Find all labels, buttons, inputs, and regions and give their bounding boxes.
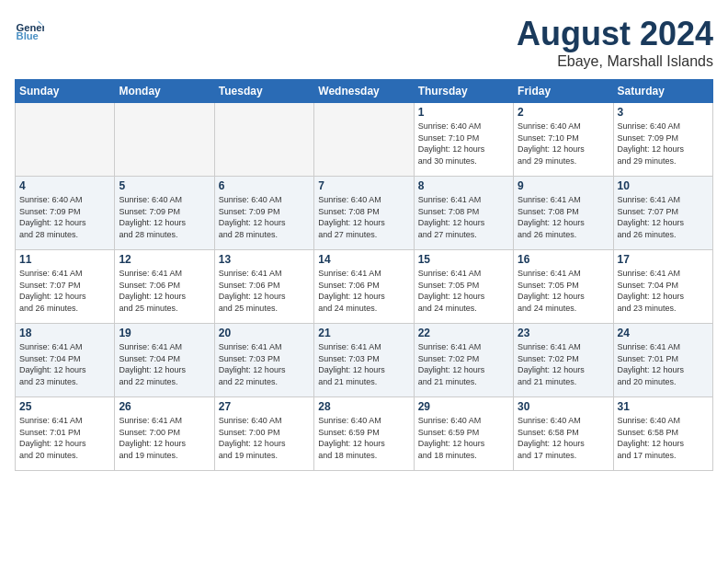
day-info: Sunrise: 6:41 AM Sunset: 7:08 PM Dayligh… xyxy=(518,194,609,240)
day-number: 22 xyxy=(418,327,509,339)
calendar-day-cell: 4Sunrise: 6:40 AM Sunset: 7:09 PM Daylig… xyxy=(16,177,115,250)
calendar-day-cell: 6Sunrise: 6:40 AM Sunset: 7:09 PM Daylig… xyxy=(214,177,313,250)
calendar-week-row: 4Sunrise: 6:40 AM Sunset: 7:09 PM Daylig… xyxy=(16,177,713,250)
day-number: 29 xyxy=(418,400,509,413)
day-number: 28 xyxy=(318,400,409,413)
day-info: Sunrise: 6:41 AM Sunset: 7:02 PM Dayligh… xyxy=(418,341,509,387)
calendar-day-cell: 14Sunrise: 6:41 AM Sunset: 7:06 PM Dayli… xyxy=(314,250,414,324)
calendar-day-cell: 29Sunrise: 6:40 AM Sunset: 6:59 PM Dayli… xyxy=(414,397,513,471)
day-number: 24 xyxy=(618,327,709,339)
calendar-day-cell: 15Sunrise: 6:41 AM Sunset: 7:05 PM Dayli… xyxy=(414,250,513,324)
day-info: Sunrise: 6:40 AM Sunset: 6:58 PM Dayligh… xyxy=(618,415,709,461)
day-number: 19 xyxy=(119,327,210,339)
day-info: Sunrise: 6:41 AM Sunset: 7:01 PM Dayligh… xyxy=(19,415,110,461)
day-info: Sunrise: 6:40 AM Sunset: 7:00 PM Dayligh… xyxy=(219,415,310,461)
day-number: 8 xyxy=(418,179,509,192)
calendar-day-cell: 25Sunrise: 6:41 AM Sunset: 7:01 PM Dayli… xyxy=(16,397,115,471)
calendar-day-cell: 3Sunrise: 6:40 AM Sunset: 7:09 PM Daylig… xyxy=(613,103,712,177)
day-number: 16 xyxy=(518,253,609,266)
day-info: Sunrise: 6:40 AM Sunset: 7:09 PM Dayligh… xyxy=(618,121,709,167)
day-info: Sunrise: 6:41 AM Sunset: 7:04 PM Dayligh… xyxy=(618,268,709,314)
calendar-day-cell: 7Sunrise: 6:40 AM Sunset: 7:08 PM Daylig… xyxy=(314,177,414,250)
day-number: 25 xyxy=(19,400,110,413)
day-info: Sunrise: 6:40 AM Sunset: 7:09 PM Dayligh… xyxy=(19,194,110,240)
weekday-header: Monday xyxy=(115,80,214,103)
weekday-header: Sunday xyxy=(16,80,115,103)
day-info: Sunrise: 6:41 AM Sunset: 7:06 PM Dayligh… xyxy=(119,268,210,314)
calendar-day-cell: 27Sunrise: 6:40 AM Sunset: 7:00 PM Dayli… xyxy=(214,397,313,471)
calendar-day-cell: 8Sunrise: 6:41 AM Sunset: 7:08 PM Daylig… xyxy=(414,177,513,250)
day-info: Sunrise: 6:41 AM Sunset: 7:00 PM Dayligh… xyxy=(119,415,210,461)
title-block: August 2024 Ebaye, Marshall Islands xyxy=(517,15,713,70)
day-number: 4 xyxy=(19,179,110,192)
calendar-day-cell xyxy=(115,103,214,177)
calendar-day-cell: 31Sunrise: 6:40 AM Sunset: 6:58 PM Dayli… xyxy=(613,397,712,471)
calendar-day-cell: 10Sunrise: 6:41 AM Sunset: 7:07 PM Dayli… xyxy=(613,177,712,250)
location-title: Ebaye, Marshall Islands xyxy=(517,53,713,70)
svg-text:Blue: Blue xyxy=(17,30,39,41)
day-number: 3 xyxy=(618,106,709,119)
day-info: Sunrise: 6:41 AM Sunset: 7:04 PM Dayligh… xyxy=(119,341,210,387)
logo-icon: General Blue xyxy=(15,15,44,44)
calendar-day-cell: 26Sunrise: 6:41 AM Sunset: 7:00 PM Dayli… xyxy=(115,397,214,471)
day-number: 6 xyxy=(219,179,310,192)
day-number: 10 xyxy=(618,179,709,192)
calendar-day-cell: 20Sunrise: 6:41 AM Sunset: 7:03 PM Dayli… xyxy=(214,324,313,397)
calendar-day-cell: 5Sunrise: 6:40 AM Sunset: 7:09 PM Daylig… xyxy=(115,177,214,250)
weekday-header: Saturday xyxy=(613,80,712,103)
weekday-header: Wednesday xyxy=(314,80,414,103)
calendar-day-cell: 2Sunrise: 6:40 AM Sunset: 7:10 PM Daylig… xyxy=(514,103,613,177)
day-number: 17 xyxy=(618,253,709,266)
calendar-day-cell: 13Sunrise: 6:41 AM Sunset: 7:06 PM Dayli… xyxy=(214,250,313,324)
calendar-day-cell: 24Sunrise: 6:41 AM Sunset: 7:01 PM Dayli… xyxy=(613,324,712,397)
calendar-header-row: SundayMondayTuesdayWednesdayThursdayFrid… xyxy=(16,80,713,103)
calendar-day-cell: 30Sunrise: 6:40 AM Sunset: 6:58 PM Dayli… xyxy=(514,397,613,471)
calendar-day-cell: 12Sunrise: 6:41 AM Sunset: 7:06 PM Dayli… xyxy=(115,250,214,324)
page-header: General Blue August 2024 Ebaye, Marshall… xyxy=(15,15,713,70)
calendar-day-cell: 19Sunrise: 6:41 AM Sunset: 7:04 PM Dayli… xyxy=(115,324,214,397)
calendar-table: SundayMondayTuesdayWednesdayThursdayFrid… xyxy=(15,79,713,471)
day-number: 9 xyxy=(518,179,609,192)
calendar-week-row: 25Sunrise: 6:41 AM Sunset: 7:01 PM Dayli… xyxy=(16,397,713,471)
weekday-header: Friday xyxy=(514,80,613,103)
logo: General Blue xyxy=(15,15,44,44)
day-info: Sunrise: 6:41 AM Sunset: 7:03 PM Dayligh… xyxy=(219,341,310,387)
calendar-day-cell: 21Sunrise: 6:41 AM Sunset: 7:03 PM Dayli… xyxy=(314,324,414,397)
day-number: 21 xyxy=(318,327,409,339)
calendar-day-cell: 16Sunrise: 6:41 AM Sunset: 7:05 PM Dayli… xyxy=(514,250,613,324)
day-number: 1 xyxy=(418,106,509,119)
day-info: Sunrise: 6:41 AM Sunset: 7:02 PM Dayligh… xyxy=(518,341,609,387)
day-number: 18 xyxy=(19,327,110,339)
day-number: 2 xyxy=(518,106,609,119)
day-info: Sunrise: 6:40 AM Sunset: 6:59 PM Dayligh… xyxy=(418,415,509,461)
calendar-week-row: 18Sunrise: 6:41 AM Sunset: 7:04 PM Dayli… xyxy=(16,324,713,397)
day-info: Sunrise: 6:40 AM Sunset: 7:10 PM Dayligh… xyxy=(518,121,609,167)
day-info: Sunrise: 6:41 AM Sunset: 7:06 PM Dayligh… xyxy=(219,268,310,314)
day-info: Sunrise: 6:41 AM Sunset: 7:04 PM Dayligh… xyxy=(19,341,110,387)
day-number: 15 xyxy=(418,253,509,266)
day-number: 14 xyxy=(318,253,409,266)
day-info: Sunrise: 6:41 AM Sunset: 7:05 PM Dayligh… xyxy=(418,268,509,314)
day-info: Sunrise: 6:40 AM Sunset: 7:09 PM Dayligh… xyxy=(119,194,210,240)
day-info: Sunrise: 6:41 AM Sunset: 7:01 PM Dayligh… xyxy=(618,341,709,387)
day-number: 5 xyxy=(119,179,210,192)
day-number: 30 xyxy=(518,400,609,413)
day-info: Sunrise: 6:40 AM Sunset: 6:58 PM Dayligh… xyxy=(518,415,609,461)
day-info: Sunrise: 6:40 AM Sunset: 7:09 PM Dayligh… xyxy=(219,194,310,240)
day-info: Sunrise: 6:40 AM Sunset: 6:59 PM Dayligh… xyxy=(318,415,409,461)
calendar-day-cell: 17Sunrise: 6:41 AM Sunset: 7:04 PM Dayli… xyxy=(613,250,712,324)
calendar-day-cell: 23Sunrise: 6:41 AM Sunset: 7:02 PM Dayli… xyxy=(514,324,613,397)
calendar-week-row: 11Sunrise: 6:41 AM Sunset: 7:07 PM Dayli… xyxy=(16,250,713,324)
calendar-day-cell: 22Sunrise: 6:41 AM Sunset: 7:02 PM Dayli… xyxy=(414,324,513,397)
calendar-day-cell xyxy=(16,103,115,177)
day-number: 12 xyxy=(119,253,210,266)
calendar-day-cell: 28Sunrise: 6:40 AM Sunset: 6:59 PM Dayli… xyxy=(314,397,414,471)
day-info: Sunrise: 6:41 AM Sunset: 7:05 PM Dayligh… xyxy=(518,268,609,314)
day-info: Sunrise: 6:41 AM Sunset: 7:07 PM Dayligh… xyxy=(19,268,110,314)
calendar-day-cell xyxy=(314,103,414,177)
day-number: 20 xyxy=(219,327,310,339)
day-number: 26 xyxy=(119,400,210,413)
day-info: Sunrise: 6:41 AM Sunset: 7:03 PM Dayligh… xyxy=(318,341,409,387)
calendar-day-cell: 18Sunrise: 6:41 AM Sunset: 7:04 PM Dayli… xyxy=(16,324,115,397)
calendar-day-cell: 1Sunrise: 6:40 AM Sunset: 7:10 PM Daylig… xyxy=(414,103,513,177)
